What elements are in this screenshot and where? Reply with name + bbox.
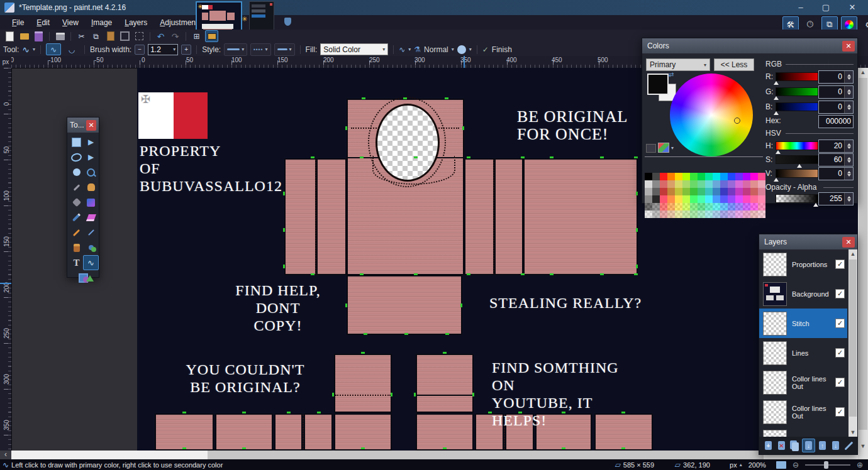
palette-swatch[interactable] (660, 210, 667, 218)
palette-swatch[interactable] (675, 203, 682, 210)
layers-scroll-down[interactable]: ▼ (849, 428, 857, 437)
crop-button[interactable] (119, 31, 131, 41)
start-cap-style-dropdown[interactable]: ▾ (224, 43, 247, 56)
palette-swatch[interactable] (720, 203, 728, 210)
palette-swatch[interactable] (758, 180, 765, 188)
palette-swatch[interactable] (713, 188, 720, 195)
palette-swatch[interactable] (713, 210, 720, 218)
palette-swatch[interactable] (645, 203, 652, 210)
palette-swatch[interactable] (728, 195, 735, 203)
horizontal-scrollbar[interactable] (11, 451, 858, 459)
s-slider[interactable] (776, 155, 818, 164)
palette-swatch[interactable] (728, 188, 735, 195)
eraser-tool[interactable] (83, 210, 99, 225)
palette-swatch[interactable] (698, 203, 705, 210)
palette-swatch[interactable] (660, 188, 667, 195)
alpha-slider[interactable] (776, 194, 818, 203)
shapes-tool[interactable] (75, 270, 91, 285)
layer-row-background[interactable]: Background ✓ (759, 279, 847, 309)
color-mode-select[interactable]: Primary▾ (646, 58, 710, 71)
palette-swatch[interactable] (720, 188, 728, 195)
palette-swatch[interactable] (728, 180, 735, 188)
unit-select[interactable]: px (730, 461, 737, 469)
pencil-tool[interactable] (69, 225, 84, 240)
palette-swatch[interactable] (682, 173, 690, 180)
merge-layer-down-button[interactable]: ↓ (802, 439, 815, 452)
brush-width-decrease-button[interactable]: − (135, 45, 145, 55)
open-file-button[interactable] (18, 31, 30, 41)
palette-swatch[interactable] (690, 210, 698, 218)
palette-swatch[interactable] (667, 203, 675, 210)
paint-bucket-tool[interactable] (69, 195, 84, 210)
move-selection-tool[interactable]: ▶ (83, 134, 99, 150)
move-selected-pixels-tool[interactable]: ▶ (83, 150, 99, 165)
palette-swatch[interactable] (682, 195, 690, 203)
b-spinbox[interactable]: 0 (818, 101, 854, 114)
palette-swatch[interactable] (728, 173, 735, 180)
layers-window-header[interactable]: Layers ✕ (759, 234, 857, 249)
palette-swatch[interactable] (758, 203, 765, 210)
palette-swatch[interactable] (735, 210, 743, 218)
color-picker-tool[interactable] (83, 225, 99, 240)
fill-select[interactable]: Solid Color▾ (320, 43, 388, 55)
v-slider[interactable] (776, 169, 818, 178)
blend-mode-caret[interactable]: ▾ (452, 46, 454, 52)
horizontal-scroll-thumb[interactable] (208, 451, 764, 459)
r-slider[interactable] (776, 72, 818, 81)
palette-swatch[interactable] (735, 203, 743, 210)
hex-input[interactable]: 000000 (818, 115, 854, 128)
palette-swatch[interactable] (667, 210, 675, 218)
palette-swatch[interactable] (690, 188, 698, 195)
palette-swatch[interactable] (660, 203, 667, 210)
palette-swatch[interactable] (645, 180, 652, 188)
zoom-slider-thumb[interactable] (824, 461, 828, 469)
dash-style-dropdown[interactable]: ▪▪▪▪▾ (250, 43, 270, 56)
layers-scroll-up[interactable]: ▲ (849, 249, 857, 258)
palette-swatch[interactable] (667, 173, 675, 180)
palette-swatch[interactable] (667, 180, 675, 188)
palette-swatch[interactable] (675, 210, 682, 218)
palette-swatch[interactable] (758, 210, 765, 218)
palette-swatch[interactable] (705, 195, 713, 203)
lasso-select-tool[interactable] (69, 150, 84, 165)
add-color-button[interactable] (646, 144, 656, 153)
minimize-button[interactable]: – (791, 1, 810, 14)
clone-stamp-tool[interactable] (69, 240, 84, 255)
palette-swatch[interactable] (750, 188, 758, 195)
bezier-mode-button[interactable]: ◟◞ (64, 43, 79, 55)
palette-swatch[interactable] (667, 188, 675, 195)
zoom-in-icon[interactable]: ⊕ (857, 461, 863, 469)
deselect-button[interactable] (133, 31, 145, 41)
spline-mode-button[interactable]: ∿ (46, 43, 61, 55)
close-button[interactable]: ✕ (843, 1, 862, 14)
layers-scroll-thumb[interactable] (849, 260, 857, 417)
recolor-tool[interactable] (83, 240, 99, 255)
line-curve-tool[interactable]: ∿ (83, 255, 99, 270)
b-slider-marker[interactable] (774, 111, 779, 115)
unit-select-caret[interactable]: ▴ (740, 462, 742, 467)
palette-swatch[interactable] (705, 203, 713, 210)
g-slider[interactable] (776, 87, 818, 96)
zoom-slider[interactable] (805, 464, 850, 466)
end-cap-style-dropdown[interactable]: ▾ (274, 43, 295, 56)
less-button[interactable]: << Less (714, 58, 754, 71)
cut-button[interactable]: ✂ (75, 31, 87, 41)
palette-swatch[interactable] (660, 173, 667, 180)
palette-menu-button[interactable] (658, 143, 669, 153)
colors-window-header[interactable]: Colors ✕ (642, 38, 857, 53)
layer-row-stitch[interactable]: Stitch ✓ (759, 309, 847, 338)
vertical-scrollbar[interactable]: ▲ ▼ (858, 68, 868, 451)
layer-visibility-checkbox[interactable]: ✓ (835, 260, 845, 269)
palette-swatch[interactable] (735, 188, 743, 195)
palette-swatch[interactable] (675, 188, 682, 195)
g-spinbox[interactable]: 0 (818, 85, 854, 99)
h-slider[interactable] (776, 141, 818, 150)
r-spinbox[interactable]: 0 (818, 70, 854, 84)
colors-close-icon[interactable]: ✕ (842, 41, 855, 52)
palette-swatch[interactable] (735, 173, 743, 180)
move-layer-up-button[interactable]: ↑ (816, 439, 828, 452)
palette-swatch[interactable] (728, 203, 735, 210)
palette-swatch[interactable] (743, 195, 750, 203)
selection-clip-caret[interactable]: ▾ (469, 46, 472, 52)
palette-swatch[interactable] (660, 180, 667, 188)
